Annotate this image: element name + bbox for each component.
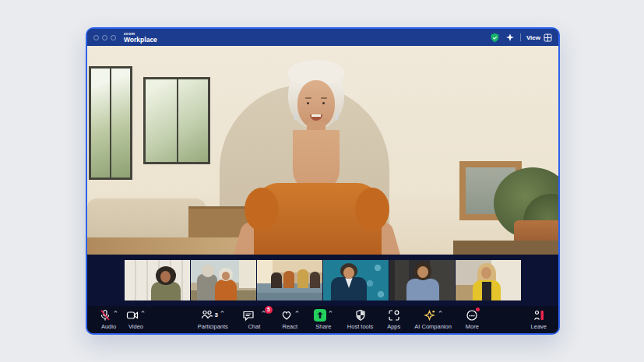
window-left-decor — [89, 66, 132, 180]
zoom-workplace-logo: zoom Workplace — [124, 32, 157, 44]
mic-muted-icon — [99, 309, 111, 322]
audio-label: Audio — [101, 323, 116, 330]
close-window-button[interactable] — [93, 35, 99, 40]
participants-filmstrip — [87, 255, 558, 306]
filmstrip-thumbnail-6[interactable] — [456, 260, 521, 300]
host-tools-button[interactable]: Host tools — [343, 309, 377, 330]
chevron-up-icon[interactable] — [113, 309, 118, 315]
speaker-eye — [322, 102, 325, 104]
shield-icon — [354, 309, 367, 322]
titlebar: zoom Workplace View — [87, 29, 558, 46]
speaker-brow — [305, 97, 311, 99]
titlebar-divider — [520, 33, 521, 41]
window-left2-decor — [143, 77, 210, 164]
ai-companion-button[interactable]: AI Companion — [410, 309, 456, 330]
chevron-up-icon[interactable] — [140, 309, 146, 315]
speaker-earring-right — [336, 113, 338, 120]
security-shield-check-icon[interactable] — [490, 33, 500, 43]
maximize-window-button[interactable] — [111, 35, 116, 40]
speaker-ruffle-left — [245, 188, 279, 231]
speaker-face — [297, 80, 335, 128]
apps-button[interactable]: Apps — [383, 309, 404, 330]
chat-bubble-icon — [242, 309, 255, 322]
more-notification-dot — [476, 308, 480, 311]
chevron-up-icon[interactable] — [220, 309, 225, 315]
apps-icon — [388, 309, 400, 322]
ai-companion-label: AI Companion — [414, 323, 452, 330]
view-label: View — [526, 34, 540, 41]
chat-button[interactable]: 5 Chat — [238, 309, 270, 330]
chat-unread-badge: 5 — [265, 306, 273, 314]
window-controls — [93, 35, 116, 40]
chevron-up-icon[interactable] — [438, 309, 443, 315]
react-label: React — [283, 323, 298, 330]
participants-label: Participants — [198, 323, 228, 330]
filmstrip-thumbnail-1[interactable] — [125, 260, 190, 300]
chevron-up-icon[interactable] — [328, 309, 333, 315]
grid-view-icon — [544, 33, 552, 42]
leave-button[interactable]: Leave — [527, 309, 551, 330]
view-button[interactable]: View — [526, 33, 552, 42]
filmstrip-thumbnail-4[interactable] — [323, 260, 389, 300]
speaker-earring-left — [294, 113, 297, 120]
chevron-up-icon[interactable] — [294, 309, 300, 315]
host-tools-label: Host tools — [347, 323, 373, 330]
speaker-brow — [321, 97, 327, 99]
ai-sparkle-icon — [424, 309, 436, 322]
filmstrip-thumbnail-3[interactable] — [257, 260, 322, 300]
participants-count: 3 — [215, 309, 218, 322]
chat-label: Chat — [248, 323, 260, 330]
filmstrip-thumbnail-5[interactable] — [389, 260, 455, 300]
ai-sparkle-titlebar-icon[interactable] — [505, 33, 515, 42]
speaker-eye — [307, 102, 309, 104]
share-screen-icon — [314, 309, 326, 322]
zoom-meeting-window: zoom Workplace View — [86, 27, 560, 335]
video-label: Video — [128, 323, 143, 330]
desktop-background: zoom Workplace View — [0, 0, 644, 362]
share-button[interactable]: Share — [310, 309, 337, 330]
logo-zoom-text: zoom — [124, 32, 157, 36]
speaker-ruffle-right — [355, 188, 389, 231]
more-button[interactable]: More — [462, 309, 483, 330]
apps-label: Apps — [387, 323, 400, 330]
share-label: Share — [315, 323, 331, 330]
audio-button[interactable]: Audio — [95, 309, 122, 330]
meeting-toolbar: Audio Video — [87, 306, 558, 333]
leave-meeting-icon — [533, 309, 545, 322]
heart-icon — [280, 309, 293, 322]
more-label: More — [466, 323, 479, 330]
camera-icon — [126, 309, 139, 322]
speaker-chest — [293, 130, 340, 191]
main-video-tile[interactable] — [87, 46, 558, 255]
leave-label: Leave — [531, 323, 547, 330]
logo-workplace-text: Workplace — [124, 37, 157, 44]
participants-icon — [201, 309, 213, 322]
minimize-window-button[interactable] — [102, 35, 107, 40]
filmstrip-thumbnail-2[interactable] — [191, 260, 256, 300]
participants-button[interactable]: 3 Participants — [194, 309, 232, 330]
video-button[interactable]: Video — [122, 309, 150, 330]
dresser-decor — [453, 241, 558, 255]
react-button[interactable]: React — [276, 309, 304, 330]
